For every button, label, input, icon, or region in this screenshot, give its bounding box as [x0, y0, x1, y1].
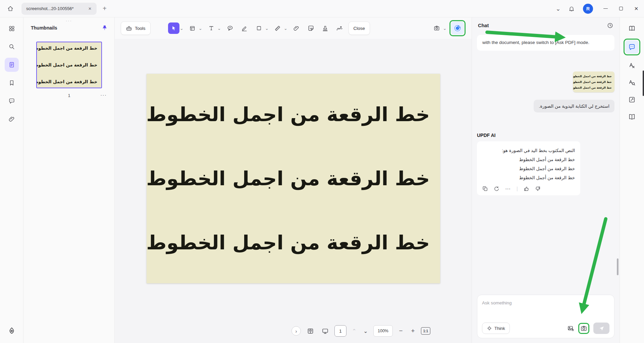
window-scrollbar[interactable]: [643, 70, 644, 96]
history-icon[interactable]: [607, 22, 613, 29]
think-label: Think: [494, 326, 505, 331]
thumbs-up-icon[interactable]: [524, 186, 529, 192]
sticker-tool-button[interactable]: [305, 22, 317, 34]
user-avatar[interactable]: R: [583, 4, 593, 14]
panel-drag-handle[interactable]: ···: [23, 18, 114, 23]
previous-page-button[interactable]: ⌃: [351, 328, 358, 334]
copy-icon[interactable]: [482, 186, 488, 192]
thumbnail-more-button[interactable]: ···: [100, 92, 107, 98]
presentation-button[interactable]: [320, 326, 330, 336]
chevron-right-icon: ›: [296, 328, 297, 334]
minimize-icon: [603, 8, 608, 9]
ai-chat-sidebar-button[interactable]: [625, 40, 639, 54]
expand-bar-button[interactable]: ›: [291, 326, 301, 336]
main-toolbar: Tools ⌄ ⌄: [115, 17, 472, 39]
app-body: ··· Thumbnails خط الرقعة من اجمل الخطوط …: [0, 17, 644, 343]
chevron-down-icon[interactable]: ⌄: [180, 26, 184, 31]
search-button[interactable]: [5, 40, 19, 54]
page-number-input[interactable]: [334, 325, 346, 337]
sidebar-item-bookmarks[interactable]: [5, 76, 19, 90]
screenshot-camera-icon[interactable]: [580, 325, 587, 332]
ai-search-button[interactable]: [625, 76, 639, 90]
next-page-button[interactable]: ⌄: [362, 328, 369, 334]
summarize-button[interactable]: [625, 93, 639, 107]
signature-icon: [336, 25, 343, 32]
shape-tool-button[interactable]: [253, 22, 265, 34]
signature-tool-button[interactable]: [334, 22, 345, 34]
titlebar-collapse-button[interactable]: ⌄: [551, 2, 565, 15]
window-close-button[interactable]: ✕: [629, 0, 644, 17]
new-tab-button[interactable]: +: [100, 4, 109, 13]
sidebar-item-attachments[interactable]: [5, 112, 19, 126]
sticker-face-icon: [308, 25, 314, 32]
select-tool-button[interactable]: [168, 22, 179, 34]
stamp-tool-button[interactable]: [320, 22, 331, 34]
actual-size-button[interactable]: 1:1: [421, 327, 430, 335]
screenshot-tool-button[interactable]: [431, 22, 442, 34]
page-thumbnail[interactable]: خط الرقعة من اجمل الخطوط خط الرقعة من اج…: [36, 42, 102, 88]
left-sidebar: [0, 17, 23, 343]
open-book-button[interactable]: [625, 110, 639, 124]
calligraphy-line: خط الرقعة من اجمل الخطوط: [157, 167, 430, 190]
snapshot-cluster: ⌄: [431, 22, 447, 34]
page-layout-button[interactable]: [187, 22, 198, 34]
assistant-message: with the document, please switch to [Ask…: [477, 35, 614, 51]
more-actions-icon[interactable]: ⋯: [505, 186, 511, 192]
comment-icon: [8, 98, 15, 104]
sidebar-item-thumbnails[interactable]: [5, 58, 19, 72]
frame-icon: [189, 25, 196, 32]
text-tool-cluster: ⌄: [206, 22, 221, 34]
chevron-down-icon[interactable]: ⌄: [265, 26, 269, 31]
ai-chat-icon: [628, 43, 636, 51]
chat-scrollbar[interactable]: [617, 258, 619, 275]
notifications-button[interactable]: [565, 2, 578, 15]
chevron-down-icon[interactable]: ⌄: [199, 26, 203, 31]
regenerate-icon[interactable]: [494, 186, 499, 192]
reading-mode-button[interactable]: [305, 326, 316, 336]
window-minimize-button[interactable]: [598, 0, 613, 17]
chat-input[interactable]: [482, 300, 609, 305]
toolbox-icon: [126, 25, 132, 32]
app-logo[interactable]: [5, 324, 19, 338]
bookmark-icon: [8, 80, 15, 86]
shape-tool-cluster: ⌄: [253, 22, 269, 34]
home-grid-button[interactable]: [5, 21, 19, 36]
pin-icon[interactable]: [102, 25, 108, 31]
ai-sidebar-highlight-box: [624, 39, 640, 55]
attach-tool-button[interactable]: [291, 22, 302, 34]
zoom-out-button[interactable]: −: [397, 327, 405, 335]
thumbnail-text-line: خط الرقعة من اجمل الخطوط: [41, 46, 97, 51]
tools-button[interactable]: Tools: [121, 21, 151, 35]
chevron-down-icon[interactable]: ⌄: [217, 26, 221, 31]
home-button[interactable]: [4, 2, 17, 15]
comment-tool-button[interactable]: [224, 22, 236, 34]
window-maximize-button[interactable]: [613, 0, 629, 17]
chevron-down-icon[interactable]: ⌄: [443, 26, 447, 31]
zoom-level-display[interactable]: 100%: [373, 325, 393, 337]
reader-mode-button[interactable]: [625, 21, 639, 36]
translate-button[interactable]: [625, 58, 639, 72]
bottom-toolbar: › ⌃ ⌄ 100% − +: [291, 324, 430, 338]
measure-tool-cluster: ⌄: [272, 22, 288, 34]
close-tools-button[interactable]: Close: [348, 21, 370, 35]
updf-ai-toolbar-button[interactable]: [451, 22, 464, 35]
document-canvas: خط الرقعة من اجمل الخطوط خط الرقعة من اج…: [115, 39, 472, 343]
titlebar: screenshot...20-100556* ✕ + ⌄ R ✕: [0, 0, 644, 17]
toolbar-right-group: ⌄: [431, 20, 466, 36]
measure-tool-button[interactable]: [272, 22, 283, 34]
add-image-icon[interactable]: [567, 325, 574, 332]
chevron-down-icon[interactable]: ⌄: [284, 26, 288, 31]
highlighter-tool-button[interactable]: [239, 22, 250, 34]
document-tab[interactable]: screenshot...20-100556* ✕: [21, 3, 97, 15]
send-button[interactable]: [593, 323, 609, 334]
tab-close-icon[interactable]: ✕: [87, 6, 93, 12]
sidebar-item-comments[interactable]: [5, 94, 19, 108]
user-attached-image[interactable]: خط الرقعة من اجمل الخطوط خط الرقعة من اج…: [573, 71, 614, 92]
thumbs-down-icon[interactable]: [535, 186, 541, 192]
zoom-in-button[interactable]: +: [409, 327, 417, 335]
text-tool-button[interactable]: [206, 22, 217, 34]
tab-title: screenshot...20-100556*: [26, 6, 87, 11]
thumbnail-text-line: خط الرقعة من اجمل الخطوط: [41, 79, 97, 84]
paperclip-icon: [8, 116, 15, 122]
think-toggle[interactable]: Think: [482, 323, 510, 334]
